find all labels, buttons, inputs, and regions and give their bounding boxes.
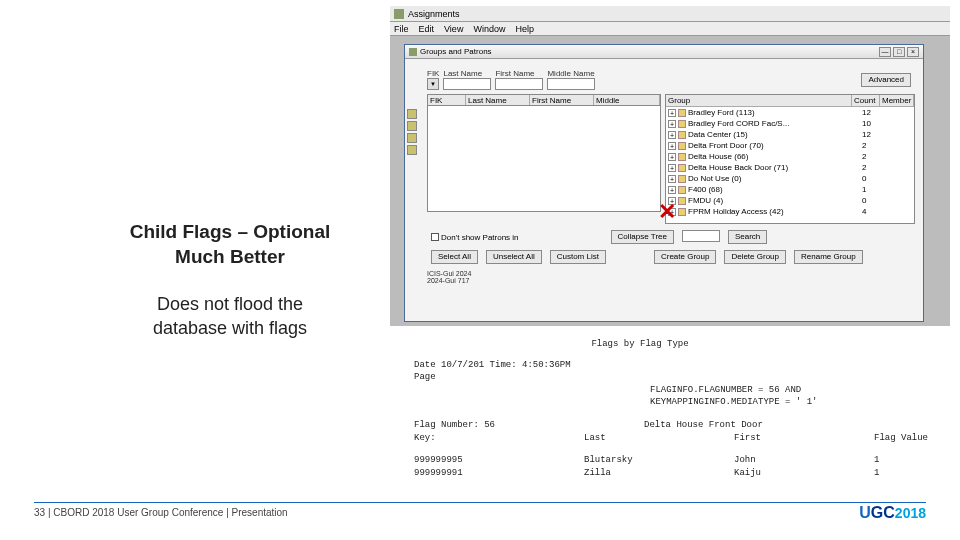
tree-row[interactable]: +Do Not Use (0)0: [666, 173, 914, 184]
group-name: FMDU (4): [688, 195, 723, 206]
folder-icon: [678, 153, 686, 161]
group-tree[interactable]: +Bradley Ford (113)12+Bradley Ford CORD …: [666, 107, 914, 217]
report-date: Date 10/7/201 Time: 4:50:36PM: [414, 360, 571, 370]
group-count: 12: [862, 107, 912, 118]
fik-dropdown[interactable]: ▼: [427, 78, 439, 90]
report-filter1: FLAGINFO.FLAGNUMBER = 56 AND: [650, 385, 801, 395]
left-toolbar: [407, 109, 419, 157]
flag-number-label: Flag Number: 56: [414, 419, 644, 432]
group-name: Bradley Ford (113): [688, 107, 755, 118]
col-firstname[interactable]: First Name: [530, 95, 594, 105]
col-key: Key:: [414, 432, 584, 445]
icis-label-2: 2024-Gui 717: [427, 277, 469, 284]
unselect-all-button[interactable]: Unselect All: [486, 250, 542, 264]
cell-key: 999999991: [414, 467, 584, 480]
expand-icon[interactable]: +: [668, 131, 676, 139]
maximize-button[interactable]: □: [893, 47, 905, 57]
tree-row[interactable]: +FPRM Holiday Access (42)4: [666, 206, 914, 217]
group-count: 2: [862, 162, 912, 173]
create-group-button[interactable]: Create Group: [654, 250, 716, 264]
label-middlename: Middle Name: [547, 69, 595, 78]
minimize-button[interactable]: —: [879, 47, 891, 57]
close-button[interactable]: ×: [907, 47, 919, 57]
lastname-input[interactable]: [443, 78, 491, 90]
collapse-tree-button[interactable]: Collapse Tree: [611, 230, 674, 244]
expand-icon[interactable]: +: [668, 175, 676, 183]
menu-view[interactable]: View: [444, 24, 463, 34]
tree-row[interactable]: +Bradley Ford CORD Fac/S...10: [666, 118, 914, 129]
group-count: 1: [862, 184, 912, 195]
slide-footer: 33 | CBORD 2018 User Group Conference | …: [34, 502, 926, 518]
menu-file[interactable]: File: [394, 24, 409, 34]
cell-key: 999999995: [414, 454, 584, 467]
expand-icon[interactable]: +: [668, 120, 676, 128]
expand-icon[interactable]: +: [668, 186, 676, 194]
groups-patrons-window: Groups and Patrons — □ × FIK▼ Last Name …: [404, 44, 924, 322]
tree-row[interactable]: +Delta House Back Door (71)2: [666, 162, 914, 173]
tool-icon-3[interactable]: [407, 133, 417, 143]
tool-icon-1[interactable]: [407, 109, 417, 119]
ugc-logo: UGC2018: [859, 504, 926, 522]
tree-row[interactable]: +Data Center (15)12: [666, 129, 914, 140]
expand-icon[interactable]: +: [668, 153, 676, 161]
label-firstname: First Name: [495, 69, 543, 78]
menu-help[interactable]: Help: [515, 24, 534, 34]
delete-group-button[interactable]: Delete Group: [724, 250, 786, 264]
tree-col-count[interactable]: Count: [852, 95, 880, 106]
tree-row[interactable]: +F400 (68)1: [666, 184, 914, 195]
slide-sub-line1: Does not flood the: [157, 294, 303, 314]
tree-row[interactable]: +Delta House (66)2: [666, 151, 914, 162]
folder-icon: [678, 109, 686, 117]
slide-sub-line2: database with flags: [153, 318, 307, 338]
group-name: Delta House (66): [688, 151, 748, 162]
tree-row[interactable]: +Bradley Ford (113)12: [666, 107, 914, 118]
delete-x-icon[interactable]: ✕: [658, 199, 680, 221]
col-first: First: [734, 432, 874, 445]
group-name: Delta Front Door (70): [688, 140, 764, 151]
col-middle[interactable]: Middle: [594, 95, 660, 105]
menubar: File Edit View Window Help: [390, 22, 950, 36]
col-fik[interactable]: FIK: [428, 95, 466, 105]
middlename-input[interactable]: [547, 78, 595, 90]
app-titlebar: Assignments: [390, 6, 950, 22]
tool-icon-2[interactable]: [407, 121, 417, 131]
tree-row[interactable]: +FMDU (4)0: [666, 195, 914, 206]
cell-flagvalue: 1: [874, 454, 879, 467]
cell-first: Kaiju: [734, 467, 874, 480]
tree-row[interactable]: +Delta Front Door (70)2: [666, 140, 914, 151]
tool-icon-4[interactable]: [407, 145, 417, 155]
folder-icon: [678, 120, 686, 128]
folder-icon: [678, 186, 686, 194]
firstname-input[interactable]: [495, 78, 543, 90]
group-count: 2: [862, 151, 912, 162]
menu-edit[interactable]: Edit: [419, 24, 435, 34]
group-count: 0: [862, 195, 912, 206]
folder-icon: [678, 142, 686, 150]
dont-show-label: Don't show Patrons in: [441, 233, 519, 242]
select-all-button[interactable]: Select All: [431, 250, 478, 264]
tree-search-input[interactable]: [682, 230, 720, 242]
tree-col-member[interactable]: Member: [880, 95, 914, 106]
expand-icon[interactable]: +: [668, 142, 676, 150]
rename-group-button[interactable]: Rename Group: [794, 250, 863, 264]
slide-title-line2: Much Better: [175, 246, 285, 267]
cell-flagvalue: 1: [874, 467, 879, 480]
menu-window[interactable]: Window: [473, 24, 505, 34]
dont-show-checkbox[interactable]: [431, 233, 439, 241]
search-button[interactable]: Search: [728, 230, 767, 244]
cell-last: Blutarsky: [584, 454, 734, 467]
tree-col-group[interactable]: Group: [666, 95, 852, 106]
flag-name-label: Delta House Front Door: [644, 419, 763, 432]
expand-icon[interactable]: +: [668, 164, 676, 172]
custom-list-button[interactable]: Custom List: [550, 250, 606, 264]
group-name: Bradley Ford CORD Fac/S...: [688, 118, 789, 129]
report-section: Flags by Flag Type Date 10/7/201 Time: 4…: [390, 338, 950, 479]
group-name: F400 (68): [688, 184, 723, 195]
col-last: Last: [584, 432, 734, 445]
advanced-button[interactable]: Advanced: [861, 73, 911, 87]
folder-icon: [678, 131, 686, 139]
expand-icon[interactable]: +: [668, 109, 676, 117]
col-lastname[interactable]: Last Name: [466, 95, 530, 105]
group-count: 2: [862, 140, 912, 151]
label-lastname: Last Name: [443, 69, 491, 78]
